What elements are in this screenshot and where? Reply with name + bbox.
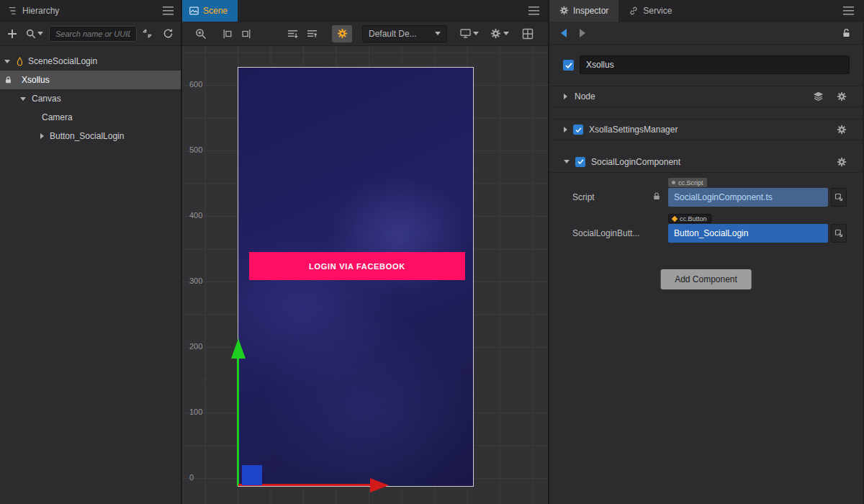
service-tab-label: Service bbox=[643, 6, 672, 16]
tab-scene[interactable]: Scene bbox=[182, 0, 238, 22]
gizmo-y-axis[interactable] bbox=[237, 359, 239, 486]
section-collapsed-icon[interactable] bbox=[564, 94, 567, 99]
refresh-icon[interactable] bbox=[163, 28, 174, 39]
design-resolution-value: Default De... bbox=[369, 29, 428, 39]
scene-settings-button[interactable] bbox=[490, 28, 509, 39]
scene-asset-icon bbox=[16, 57, 24, 66]
align-right-icon[interactable] bbox=[240, 29, 251, 39]
cocos-editor-window: Hierarchy SceneSocialLogin Xsollus bbox=[0, 0, 864, 504]
script-reference-field[interactable]: SocialLoginComponent.ts bbox=[668, 188, 828, 207]
history-back-button[interactable] bbox=[561, 29, 567, 37]
view-mode-button[interactable] bbox=[460, 29, 479, 38]
script-property-label: Script bbox=[572, 192, 595, 202]
social-login-section-header[interactable]: SocialLoginComponent bbox=[549, 151, 863, 173]
collapse-all-icon[interactable] bbox=[142, 28, 153, 39]
component-enabled-checkbox[interactable] bbox=[575, 157, 585, 167]
tree-node-label: Xsollus bbox=[22, 75, 50, 85]
bring-forward-icon[interactable] bbox=[307, 29, 318, 38]
scene-tabbar: Scene bbox=[182, 0, 548, 22]
chevron-down-icon bbox=[503, 32, 509, 35]
search-filter-dropdown-icon bbox=[37, 32, 43, 35]
gizmo-y-axis-arrowhead[interactable] bbox=[231, 338, 246, 359]
add-component-button[interactable]: Add Component bbox=[660, 269, 752, 289]
node-name-input[interactable] bbox=[580, 55, 850, 74]
gizmo-x-axis-arrowhead[interactable] bbox=[370, 478, 389, 492]
inspector-lock-icon[interactable] bbox=[842, 28, 851, 38]
ruler-label: 300 bbox=[189, 276, 212, 285]
tree-node-label: SceneSocialLogin bbox=[28, 56, 97, 66]
social-login-component-label: SocialLoginComponent bbox=[591, 157, 837, 167]
inspector-history-bar bbox=[549, 22, 863, 45]
ruler-label: 400 bbox=[189, 211, 212, 220]
gizmo-origin-handle[interactable] bbox=[242, 465, 262, 485]
button-type-tag: cc.Button bbox=[668, 214, 711, 223]
scene-menu-icon[interactable] bbox=[528, 6, 539, 15]
hierarchy-menu-icon[interactable] bbox=[163, 6, 174, 15]
scene-viewport[interactable]: 600 500 400 300 200 100 0 LOGIN VIA FACE… bbox=[182, 46, 548, 504]
tree-node-scene[interactable]: SceneSocialLogin bbox=[0, 52, 181, 71]
tab-inspector[interactable]: Inspector bbox=[549, 0, 618, 22]
design-resolution-dropdown[interactable]: Default De... bbox=[362, 25, 447, 42]
check-icon bbox=[577, 159, 584, 164]
tree-node-label: Button_SocialLogin bbox=[50, 131, 124, 141]
zoom-tool-icon[interactable] bbox=[195, 28, 207, 40]
game-canvas-preview[interactable]: LOGIN VIA FACEBOOK bbox=[238, 67, 474, 487]
target-picker-icon bbox=[834, 193, 843, 202]
prefab-layers-icon[interactable] bbox=[813, 91, 824, 102]
ruler-label: 200 bbox=[189, 342, 212, 351]
property-lock-icon bbox=[652, 192, 661, 201]
hierarchy-title: Hierarchy bbox=[22, 6, 163, 16]
node-section-header[interactable]: Node bbox=[549, 86, 863, 107]
button-reference-field[interactable]: Button_SocialLogin bbox=[668, 224, 828, 243]
search-input[interactable] bbox=[49, 26, 137, 42]
hierarchy-tree-icon bbox=[7, 6, 17, 16]
tree-node-label: Canvas bbox=[32, 94, 61, 104]
inspector-menu-icon[interactable] bbox=[843, 6, 854, 15]
settings-manager-section-header[interactable]: XsollaSettingsManager bbox=[549, 119, 863, 140]
tree-node-canvas[interactable]: Canvas bbox=[0, 89, 181, 108]
button-target-picker-button[interactable] bbox=[831, 224, 847, 243]
gizmo-settings-button[interactable] bbox=[332, 25, 352, 42]
tab-service[interactable]: Service bbox=[618, 0, 682, 22]
search-filter-button[interactable] bbox=[26, 29, 43, 39]
monitor-icon bbox=[460, 29, 471, 38]
ruler-label: 500 bbox=[189, 145, 212, 154]
link-icon bbox=[629, 6, 639, 16]
scene-tab-icon bbox=[189, 6, 199, 15]
history-forward-button[interactable] bbox=[580, 29, 585, 37]
button-property-label: SocialLoginButt... bbox=[572, 228, 639, 238]
gear-icon[interactable] bbox=[837, 157, 847, 167]
section-expanded-icon[interactable] bbox=[564, 160, 570, 163]
align-left-icon[interactable] bbox=[222, 29, 233, 39]
chevron-down-icon bbox=[473, 32, 479, 35]
facebook-login-button[interactable]: LOGIN VIA FACEBOOK bbox=[249, 252, 465, 280]
tree-node-camera[interactable]: Camera bbox=[0, 108, 181, 127]
gear-icon[interactable] bbox=[837, 125, 847, 135]
component-enabled-checkbox[interactable] bbox=[573, 125, 583, 135]
section-collapsed-icon[interactable] bbox=[564, 127, 567, 132]
tree-node-label: Camera bbox=[42, 112, 73, 122]
expand-arrow-icon[interactable] bbox=[20, 97, 26, 101]
hierarchy-tree: SceneSocialLogin Xsollus Canvas Camera B… bbox=[0, 46, 181, 145]
node-active-checkbox[interactable] bbox=[563, 60, 574, 71]
tree-node-button-sociallogin[interactable]: Button_SocialLogin bbox=[0, 127, 181, 145]
gear-icon bbox=[337, 28, 348, 39]
gear-icon[interactable] bbox=[837, 91, 847, 102]
tree-node-xsollus[interactable]: Xsollus bbox=[0, 71, 181, 89]
create-node-button[interactable] bbox=[7, 29, 17, 39]
search-icon bbox=[26, 29, 36, 39]
expand-arrow-icon[interactable] bbox=[4, 60, 10, 63]
lock-toggle-icon[interactable] bbox=[4, 76, 12, 84]
scene-panel: Scene Default De... bbox=[182, 0, 549, 504]
script-type-tag: cc.Script bbox=[668, 178, 707, 187]
inspector-tab-label: Inspector bbox=[573, 6, 608, 16]
check-icon bbox=[565, 63, 572, 68]
node-section-label: Node bbox=[575, 91, 813, 102]
inspector-panel: Inspector Service Node bbox=[549, 0, 863, 504]
collapsed-arrow-icon[interactable] bbox=[40, 133, 44, 139]
hierarchy-panel: Hierarchy SceneSocialLogin Xsollus bbox=[0, 0, 182, 504]
script-target-picker-button[interactable] bbox=[831, 188, 847, 207]
send-backward-icon[interactable] bbox=[287, 29, 298, 38]
grid-toggle-icon[interactable] bbox=[522, 28, 534, 40]
target-picker-icon bbox=[834, 229, 843, 238]
